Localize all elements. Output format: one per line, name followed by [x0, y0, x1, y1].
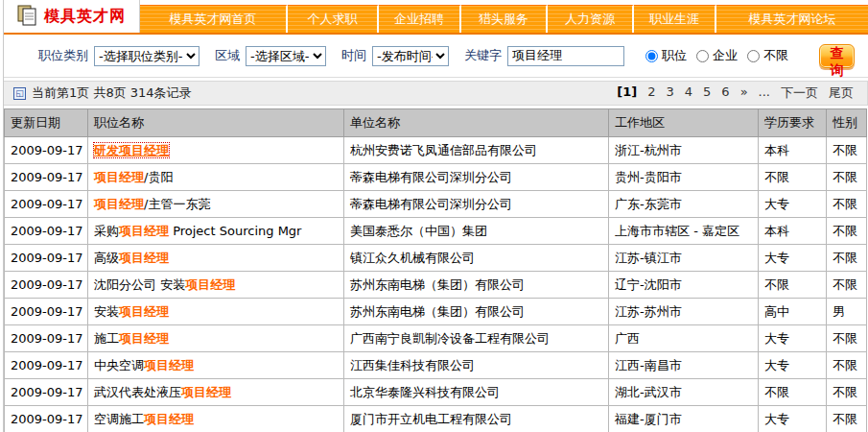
cell-job-title: 采购项目经理 Project Sourcing Mgr — [88, 218, 344, 245]
cell-company: 蒂森电梯有限公司深圳分公司 — [344, 191, 609, 218]
cell-company: 杭州安费诺飞凤通信部品有限公司 — [344, 137, 609, 164]
column-header: 职位名称 — [88, 109, 344, 137]
time-select[interactable]: -发布时间- — [372, 46, 449, 66]
cell-region: 浙江-杭州市 — [609, 137, 759, 164]
table-row: 2009-09-17安装项目经理苏州东南电梯（集团）有限公司江苏-苏州市高中男 — [5, 299, 867, 325]
pagination-item[interactable]: 下一页 — [781, 84, 818, 102]
table-header-row: 更新日期职位名称单位名称工作地区学历要求性别 — [5, 109, 867, 137]
job-title-link[interactable]: 项目经理/主管一东莞 — [94, 197, 210, 211]
nav-tab[interactable]: 模具英才网论坛 — [716, 5, 868, 33]
nav-tab[interactable]: 猎头服务 — [461, 5, 548, 33]
pagination-item[interactable]: 5 — [703, 84, 711, 102]
scope-radio-职位[interactable] — [645, 50, 658, 62]
cell-job-title: 施工项目经理 — [88, 325, 344, 352]
table-row: 2009-09-17武汉代表处液压项目经理北京华泰隆兴科技有限公司湖北-武汉市不… — [5, 379, 867, 406]
cell-education: 本科 — [759, 137, 827, 164]
search-button[interactable]: 查 询 — [819, 44, 855, 68]
column-header: 单位名称 — [344, 109, 609, 137]
job-title-part: 研发项目经理 — [94, 143, 169, 157]
cell-gender: 不限 — [827, 272, 867, 299]
cell-gender: 不限 — [827, 191, 867, 218]
job-title-link[interactable]: 研发项目经理 — [94, 143, 169, 157]
cell-company: 苏州东南电梯（集团）有限公司 — [344, 299, 609, 325]
pagination-item[interactable]: 尾页 — [829, 84, 854, 102]
nav-tab[interactable]: 企业招聘 — [379, 5, 461, 33]
job-title-part: 项目经理 — [119, 331, 169, 346]
job-title-link[interactable]: 项目经理/贵阳 — [94, 170, 173, 184]
cell-education: 高中 — [759, 299, 827, 325]
job-title-part: 项目经理 — [119, 304, 169, 319]
cell-education: 大专 — [759, 352, 827, 379]
cell-update-date: 2009-09-17 — [5, 245, 88, 272]
scope-radio-label: 职位 — [662, 47, 687, 64]
job-title-part: 项目经理 — [119, 251, 169, 265]
job-title-part: /贵阳 — [144, 170, 173, 184]
cell-gender: 不限 — [827, 218, 867, 245]
region-select[interactable]: -选择区域- — [246, 46, 326, 66]
keyword-input[interactable] — [507, 46, 624, 66]
cell-company: 苏州东南电梯（集团）有限公司 — [344, 272, 609, 299]
scope-radio-企业[interactable] — [696, 50, 709, 62]
scope-radio-label: 不限 — [763, 47, 788, 64]
job-title-part: 项目经理 — [181, 385, 231, 399]
scope-radio-不限[interactable] — [747, 50, 760, 62]
cell-job-title: 空调施工项目经理 — [88, 406, 344, 432]
pagination-item[interactable]: 6 — [721, 84, 729, 102]
cell-company: 北京华泰隆兴科技有限公司 — [344, 379, 609, 406]
pagination-item[interactable]: » — [740, 84, 748, 102]
cell-update-date: 2009-09-17 — [5, 191, 88, 218]
pagination: [1]23456»...下一页尾页 — [617, 84, 854, 102]
job-title-link[interactable]: 安装项目经理 — [94, 304, 169, 319]
job-title-part: Project Sourcing Mgr — [169, 224, 301, 238]
nav-tab[interactable]: 人力资源 — [548, 5, 634, 33]
nav-tab[interactable]: 职业生涯 — [634, 5, 716, 33]
job-title-part: 空调施工 — [94, 412, 144, 426]
page: 模具英才网 模具英才网首页个人求职企业招聘猎头服务人力资源职业生涯模具英才网论坛… — [3, 0, 868, 432]
cell-update-date: 2009-09-17 — [5, 406, 88, 432]
table-row: 2009-09-17研发项目经理杭州安费诺飞凤通信部品有限公司浙江-杭州市本科不… — [5, 137, 867, 164]
job-title-link[interactable]: 空调施工项目经理 — [94, 412, 194, 426]
cell-gender: 不限 — [827, 325, 867, 352]
pagination-item[interactable]: 2 — [647, 84, 655, 102]
pagination-item: [1] — [617, 84, 637, 102]
job-title-part: 施工 — [94, 331, 119, 346]
nav-tab[interactable]: 个人求职 — [288, 5, 379, 33]
cell-update-date: 2009-09-17 — [5, 272, 88, 299]
table-row: 2009-09-17沈阳分公司 安装项目经理苏州东南电梯（集团）有限公司辽宁-沈… — [5, 272, 867, 299]
cell-company: 镇江众久机械有限公司 — [344, 245, 609, 272]
cell-region: 江苏-苏州市 — [609, 299, 759, 325]
pagination-item[interactable]: 3 — [667, 84, 674, 102]
cell-gender: 男 — [827, 299, 867, 325]
site-title: 模具英才网 — [44, 7, 126, 27]
column-header: 工作地区 — [609, 109, 759, 137]
nav-tab[interactable]: 模具英才网首页 — [140, 5, 288, 33]
cell-job-title: 安装项目经理 — [88, 299, 344, 325]
pagination-item[interactable]: ... — [759, 84, 770, 102]
site-logo[interactable]: 模具英才网 — [4, 0, 140, 33]
pagination-item[interactable]: 4 — [685, 84, 692, 102]
cell-job-title: 高级项目经理 — [88, 245, 344, 272]
cell-gender: 不限 — [827, 137, 867, 164]
job-title-link[interactable]: 高级项目经理 — [94, 251, 169, 265]
cell-region: 贵州-贵阳市 — [609, 164, 759, 191]
job-title-link[interactable]: 施工项目经理 — [94, 331, 169, 346]
header: 模具英才网 模具英才网首页个人求职企业招聘猎头服务人力资源职业生涯模具英才网论坛 — [4, 0, 868, 35]
job-title-link[interactable]: 中央空调项目经理 — [94, 358, 194, 372]
category-select[interactable]: -选择职位类别- — [94, 46, 199, 66]
job-title-part: 武汉代表处液压 — [94, 385, 181, 399]
cell-update-date: 2009-09-17 — [5, 164, 88, 191]
job-title-link[interactable]: 武汉代表处液压项目经理 — [94, 385, 231, 399]
cell-update-date: 2009-09-17 — [5, 218, 88, 245]
job-title-part: 项目经理 — [94, 197, 144, 211]
cell-education: 大专 — [759, 325, 827, 352]
job-title-part: 沈阳分公司 安装 — [94, 277, 185, 292]
result-summary: ◱ 当前第1页 共8页 314条记录 — [13, 84, 192, 102]
job-title-link[interactable]: 沈阳分公司 安装项目经理 — [94, 277, 235, 292]
cell-gender: 不限 — [827, 406, 867, 432]
cell-company: 蒂森电梯有限公司深圳分公司 — [344, 164, 609, 191]
cell-job-title: 武汉代表处液压项目经理 — [88, 379, 344, 406]
cell-company: 广西南宁良凱制冷设备工程有限公司 — [344, 325, 609, 352]
table-row: 2009-09-17项目经理/贵阳蒂森电梯有限公司深圳分公司贵州-贵阳市不限不限 — [5, 164, 867, 191]
job-title-link[interactable]: 采购项目经理 Project Sourcing Mgr — [94, 224, 301, 238]
column-header: 学历要求 — [759, 109, 827, 137]
